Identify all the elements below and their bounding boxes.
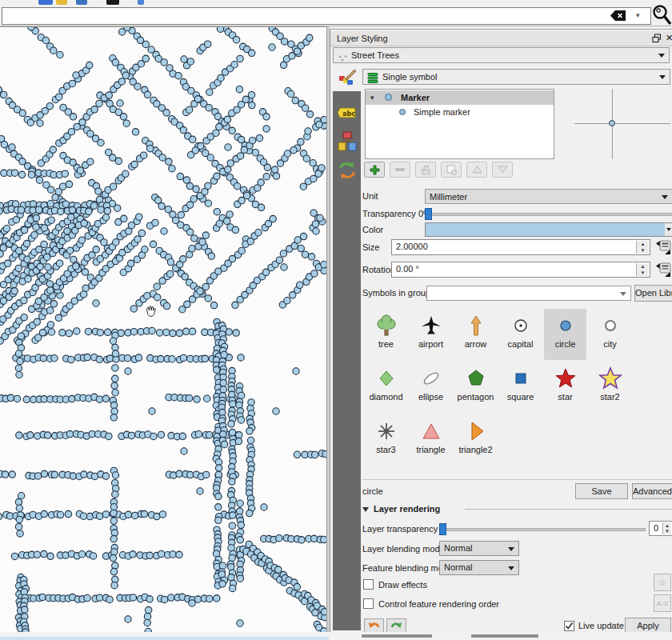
float-panel-icon[interactable] (652, 34, 662, 43)
layer-transparency-label: Layer transparency (362, 524, 438, 534)
collapse-chevron-icon[interactable]: ▾ (370, 94, 374, 102)
tree-item-marker[interactable]: ▾ Marker (366, 90, 554, 105)
city-symbol-icon (598, 314, 622, 338)
transparency-slider-handle[interactable] (425, 208, 432, 220)
toolbar-icon-partial-5[interactable] (138, 0, 144, 5)
rendering-order-options-button[interactable]: A↓Z (654, 594, 671, 612)
symbol-item-label: pentagon (454, 392, 497, 402)
symbol-item-label: arrow (454, 339, 497, 349)
toolbar-icon-partial-1[interactable] (38, 0, 53, 5)
rotation-spinbox[interactable]: 0.00 ° ▲▼ (391, 262, 650, 278)
expression-search-input[interactable]: ▾ (2, 7, 651, 25)
toolbar-icon-partial-2[interactable] (56, 0, 67, 5)
move-down-button[interactable] (492, 162, 513, 178)
symbol-item-triangle2[interactable]: triangle2 (454, 414, 497, 466)
tree-item-simple-marker[interactable]: Simple marker (366, 106, 554, 119)
symbol-item-star3[interactable]: star3 (365, 414, 407, 466)
bottom-scroll-segment[interactable] (362, 634, 432, 638)
save-symbol-button[interactable]: Save (575, 483, 628, 499)
remove-symbol-layer-button[interactable] (390, 162, 410, 178)
symbols-group-combo[interactable] (426, 286, 631, 301)
rotation-label: Rotation (362, 265, 395, 274)
transparency-slider[interactable] (425, 213, 672, 216)
symbol-item-diamond[interactable]: diamond (365, 362, 407, 413)
size-spinbox[interactable]: 2.00000 ▲▼ (391, 239, 650, 255)
marker-dot-icon (385, 94, 392, 101)
size-data-defined-override-button[interactable] (655, 239, 672, 255)
search-magnifier-icon[interactable] (652, 4, 672, 26)
effects-options-button[interactable]: ☆ (654, 574, 671, 591)
map-canvas-area[interactable] (0, 26, 326, 632)
checkmark-icon (565, 622, 574, 630)
symbol-item-pentagon[interactable]: pentagon (454, 362, 497, 413)
symbol-item-square[interactable]: square (499, 362, 542, 413)
add-symbol-layer-button[interactable] (364, 162, 385, 178)
symbol-item-tree[interactable]: tree (365, 309, 407, 360)
live-update-label: Live update (578, 621, 624, 630)
tab-labels[interactable]: abc (333, 101, 361, 126)
rotation-data-defined-override-button[interactable] (655, 262, 672, 278)
chevron-down-icon[interactable]: ▾ (636, 11, 644, 19)
live-update-checkbox[interactable] (564, 621, 574, 631)
symbol-item-star[interactable]: star (544, 362, 586, 413)
renderer-value: Single symbol (382, 72, 437, 82)
color-dropdown-button[interactable] (665, 222, 672, 237)
capital-symbol-icon (509, 314, 533, 338)
top-toolbar: ▾ (0, 0, 672, 26)
symbol-item-triangle[interactable]: triangle (410, 414, 452, 466)
symbol-item-airport[interactable]: airport (410, 309, 452, 360)
tab-history[interactable] (333, 158, 361, 184)
symbol-item-arrow[interactable]: arrow (454, 309, 497, 360)
layer-transparency-spinbox[interactable]: 0 ▲▼ (649, 521, 672, 536)
symbol-item-label: circle (544, 339, 586, 349)
panel-title: Layer Styling (337, 34, 388, 43)
square-symbol-icon (509, 366, 533, 390)
symbol-item-circle[interactable]: circle (544, 309, 586, 360)
qgis-window: ▾ Layer Styling ✕ Street Trees (0, 0, 672, 640)
tree-symbol-icon (374, 314, 398, 338)
spinner-arrows[interactable]: ▲▼ (636, 241, 649, 254)
lock-symbol-button[interactable] (415, 162, 436, 178)
toolbar-icon-partial-4[interactable] (106, 0, 119, 5)
symbol-item-label: triangle (410, 445, 452, 454)
styling-tabs-strip: abc (333, 66, 361, 630)
layer-transparency-slider-handle[interactable] (439, 523, 446, 535)
duplicate-symbol-button[interactable] (441, 162, 462, 178)
toolbar-icon-partial-3[interactable] (76, 0, 87, 5)
symbol-preview (558, 89, 672, 159)
control-rendering-order-checkbox[interactable] (363, 598, 374, 609)
layer-transparency-slider[interactable] (439, 528, 646, 531)
symbols-in-group-label: Symbols in group (362, 288, 430, 298)
symbol-item-star2[interactable]: star2 (589, 362, 631, 413)
move-up-button[interactable] (466, 162, 487, 178)
layer-blending-mode-combo[interactable]: Normal (439, 541, 519, 556)
tab-diagrams[interactable] (333, 130, 361, 155)
transparency-label: Transparency 0% (362, 209, 431, 218)
symbol-item-ellipse[interactable]: ellipse (410, 362, 452, 413)
layer-blending-mode-value: Normal (444, 543, 472, 553)
symbol-item-city[interactable]: city (589, 309, 631, 360)
map-canvas[interactable] (0, 27, 326, 633)
unit-combo[interactable]: Millimeter (425, 189, 672, 204)
advanced-button[interactable]: Advanced ▾ (632, 483, 672, 499)
bottom-scroll-segment[interactable] (471, 634, 538, 638)
backspace-clear-icon[interactable] (610, 10, 626, 22)
layer-selector-combo[interactable]: Street Trees (333, 47, 670, 63)
symbol-item-capital[interactable]: capital (499, 309, 542, 360)
diagrams-icon (338, 131, 357, 154)
open-library-button[interactable]: Open Library (634, 285, 672, 302)
triangle-symbol-icon (419, 419, 443, 443)
chevron-down-icon (620, 292, 626, 296)
draw-effects-checkbox[interactable] (363, 579, 374, 590)
symbol-gallery: treeairportarrowcapitalcirclecitydiamond… (365, 309, 634, 469)
color-swatch-button[interactable] (425, 222, 666, 237)
feature-blending-mode-combo[interactable]: Normal (439, 560, 519, 575)
layer-rendering-section-header[interactable]: Layer rendering (362, 504, 440, 514)
panel-title-bar[interactable]: Layer Styling ✕ (330, 31, 672, 46)
close-panel-icon[interactable]: ✕ (666, 33, 672, 42)
renderer-type-combo[interactable]: Single symbol (362, 69, 670, 85)
spinner-arrows[interactable]: ▲▼ (662, 522, 671, 534)
size-label: Size (362, 242, 379, 252)
spinner-arrows[interactable]: ▲▼ (636, 263, 649, 276)
tab-symbology[interactable] (333, 66, 361, 91)
